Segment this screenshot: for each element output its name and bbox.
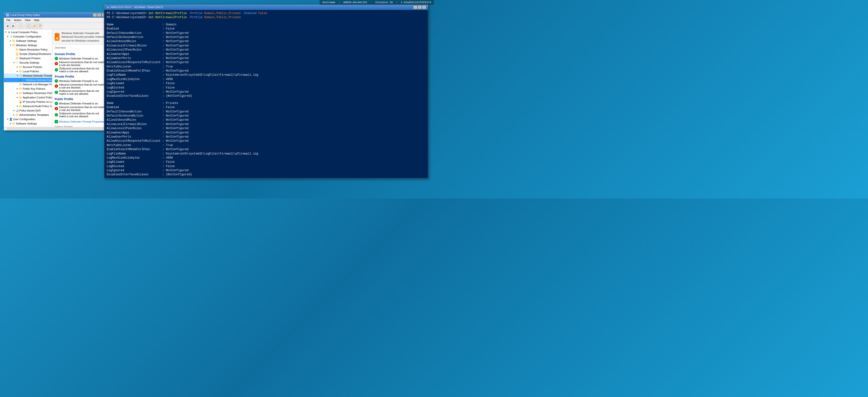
folder-icon: 📁 <box>16 113 19 117</box>
tree-toggle: ▼ <box>4 31 7 34</box>
tree-network-list[interactable]: 📁 Network List Manager Policies <box>4 82 52 87</box>
public-item-3-text: Outbound connections that do not match a… <box>59 112 105 118</box>
tree-software-settings[interactable]: ► 📁 Software Settings <box>4 39 52 43</box>
domain-item-1: ✓ Windows Defender Firewall is on. <box>55 57 105 61</box>
folder-icon: 📁 <box>19 70 22 73</box>
ps-output-private-stealth: EnableStealthModeForIPsec : NotConfigure… <box>107 147 426 152</box>
folder-icon: 📁 <box>12 39 16 42</box>
tree-account-policies[interactable]: ► 📁 Account Policies <box>4 65 52 69</box>
tree-name-resolution[interactable]: 📁 Name Resolution Policy <box>4 47 52 52</box>
tree-panel: ▼ 🖥 Local Computer Policy ▼ 🖥 Computer C… <box>4 30 52 127</box>
ps-output-domain-logmax: LogMaxSizeKilobytes : 4096 <box>107 77 426 81</box>
lgpe-minimize-button[interactable]: ─ <box>93 13 97 17</box>
monitor-icon: 🖥 <box>7 30 11 34</box>
menu-view[interactable]: View <box>23 18 32 22</box>
tree-label: Windows Settings <box>16 44 37 47</box>
overview-section: Overview <box>52 45 107 52</box>
lgpe-main-content: ▼ 🖥 Local Computer Policy ▼ 🖥 Computer C… <box>4 30 107 127</box>
tree-qos[interactable]: ► 📊 Policy-based QoS <box>4 108 52 113</box>
tree-computer-config[interactable]: ▼ 🖥 Computer Configuration <box>4 34 52 39</box>
ps-param: -Profile <box>187 11 204 15</box>
toolbar-properties-button[interactable]: 🔑 <box>31 24 37 29</box>
toolbar-forward-button[interactable]: ► <box>11 24 16 29</box>
folder-icon: 📁 <box>19 104 22 108</box>
firewall-properties-link[interactable]: ↗ Windows Defender Firewall Properties <box>52 119 107 124</box>
tree-label: Computer Configuration <box>13 35 41 38</box>
tree-label: Software Restriction Policies <box>23 92 52 95</box>
tree-local-policies[interactable]: ► 📁 Local Policies <box>4 69 52 73</box>
ps-output-domain-notify: NotifyOnListen : True <box>107 65 426 69</box>
toolbar-copy-button[interactable]: 📋 <box>26 24 31 29</box>
private-item-2-text: Inbound connections that do not match a … <box>59 83 105 89</box>
horizontal-scrollbar[interactable] <box>7 128 104 130</box>
toolbar-help-button[interactable]: ❓ <box>37 24 42 29</box>
status-red-icon: ✕ <box>55 62 58 65</box>
tree-label: User Configuration <box>13 118 35 121</box>
ps-output-private-allowuserport: AllowUserPorts : NotConfigured <box>107 135 426 139</box>
tree-public-key[interactable]: ► 📁 Public Key Policies <box>4 87 52 91</box>
ps-output-private-disabled: DisabledInterfaceAliases : {NotConfigure… <box>107 173 426 177</box>
security-icon: 🔒 <box>19 100 22 103</box>
tree-wdf-selected[interactable]: ► 🛡 Windows Defender Firewall with Advan… <box>4 78 52 82</box>
ps-param-2: -Enabled <box>241 11 258 15</box>
menu-action[interactable]: Action <box>12 18 23 22</box>
tree-ip-security[interactable]: 🔒 IP Security Policies on Local Computer <box>4 100 52 104</box>
tree-toggle: ► <box>16 92 19 95</box>
tree-security-settings[interactable]: ▼ 🛡 Security Settings <box>4 61 52 65</box>
script-icon: 📜 <box>16 52 19 56</box>
menu-help[interactable]: Help <box>32 18 41 22</box>
tree-wdf-security[interactable]: ▼ 🛡 Windows Defender Firewall with Advan… <box>4 73 52 78</box>
lgpe-titlebar: Local Group Policy Editor ─ □ ✕ <box>4 12 107 18</box>
tree-label: Local Policies <box>23 70 39 73</box>
tree-scripts[interactable]: 📜 Scripts (Startup/Shutdown) <box>4 52 52 56</box>
ps-output-domain-enabled: Enabled : False <box>107 27 426 31</box>
tree-deployed-printers[interactable]: 📁 Deployed Printers <box>4 56 52 61</box>
tree-software-restriction[interactable]: ► 📁 Software Restriction Policies <box>4 91 52 95</box>
ps-titlebar-left: PS Administrator: Windows PowerShell <box>106 6 163 9</box>
tree-app-control[interactable]: ► 📁 Application Control Policies <box>4 95 52 100</box>
tree-user-software-settings[interactable]: ► 📁 Software Settings <box>4 121 52 126</box>
menu-file[interactable]: File <box>5 18 12 22</box>
tree-toggle: ► <box>16 87 19 90</box>
ps-output-private-unicast: AllowUnicastResponseToMulticast : NotCon… <box>107 139 426 143</box>
top-info-bar: Hostname : ADMIN-0A14HLI5I Instance ID :… <box>319 0 434 5</box>
private-profile-title: Private Profile <box>55 75 105 78</box>
ps-line-2: PS C:\Windows\system32> Get-NetFirewallP… <box>107 15 426 20</box>
private-item-1: ✓ Windows Defender Firewall is on. <box>55 79 105 83</box>
getting-started-label: Getting Started <box>55 125 72 127</box>
firewall-header: 🔥 Windows Defender Firewall with Advance… <box>52 30 107 45</box>
tree-label: Advanced Audit Policy Configuration <box>23 105 52 108</box>
scrollbar-area <box>4 127 107 130</box>
tree-windows-settings[interactable]: ▼ 📁 Windows Settings <box>4 43 52 47</box>
tree-toggle <box>16 83 19 86</box>
ps-maximize-button[interactable]: □ <box>418 6 422 9</box>
tree-user-config[interactable]: ▼ 👤 User Configuration <box>4 117 52 121</box>
ps-output-domain-logblocked: LogBlocked : False <box>107 86 426 90</box>
status-green-icon-6: ✓ <box>55 113 58 117</box>
status-green-icon-5: ✓ <box>55 102 58 105</box>
ps-blank-2 <box>107 98 426 101</box>
tree-toggle: ▼ <box>12 61 16 64</box>
ps-output-private-allowlocal: AllowLocalFirewallRules : NotConfigured <box>107 122 426 127</box>
status-green-icon-2: ✓ <box>55 68 58 72</box>
toolbar-up-button[interactable]: ↑ <box>18 24 24 29</box>
ps-output-private-allowlocalip: AllowLocalIPsecRules : NotConfigured <box>107 127 426 131</box>
lgpe-maximize-button[interactable]: □ <box>97 13 101 17</box>
ps-output-domain-allowuserapp: AllowUserApps : NotConfigured <box>107 52 426 56</box>
ps-prompt-2: PS C:\Windows\system32> <box>107 16 149 19</box>
ps-output-private-outbound: DefaultOutboundAction : NotConfigured <box>107 114 426 118</box>
ps-output-domain-name: Name : Domain <box>107 23 426 27</box>
public-item-2-text: Inbound connections that do not match a … <box>59 106 105 111</box>
tree-advanced-audit[interactable]: ► 📁 Advanced Audit Policy Configuration <box>4 104 52 108</box>
tree-label: Policy-based QoS <box>19 109 41 112</box>
tree-admin-templates[interactable]: ► 📁 Administrative Templates <box>4 113 52 117</box>
ps-minimize-button[interactable]: ─ <box>413 6 417 9</box>
tree-local-computer-policy[interactable]: ▼ 🖥 Local Computer Policy <box>4 30 52 34</box>
private-profile-section: Private Profile ✓ Windows Defender Firew… <box>52 74 107 96</box>
tree-toggle <box>16 100 19 103</box>
folder-icon: 📁 <box>12 43 16 47</box>
ps-close-button[interactable]: ✕ <box>422 6 426 9</box>
tree-label: Local Computer Policy <box>11 31 38 34</box>
ps-window-icon: PS <box>106 6 110 9</box>
toolbar-back-button[interactable]: ◄ <box>5 24 10 29</box>
